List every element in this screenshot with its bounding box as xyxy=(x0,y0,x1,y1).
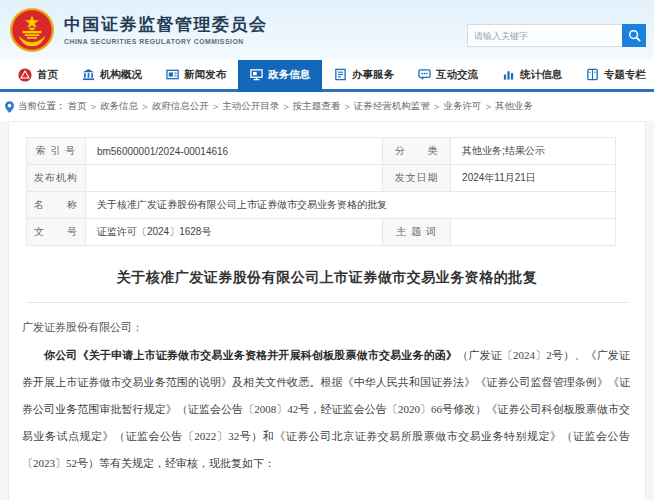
nav-label: 专题专栏 xyxy=(604,68,646,82)
brand-text: 中国证券监督管理委员会 CHINA SECURITIES REGULATORY … xyxy=(64,15,268,45)
nav-label: 新闻发布 xyxy=(184,68,226,82)
meta-table-wrap: 索 引 号 bm56000001/2024-00014616 分 类 其他业务;… xyxy=(9,122,645,246)
publisher-value xyxy=(85,165,382,192)
meta-row-index: 索 引 号 bm56000001/2024-00014616 分 类 其他业务;… xyxy=(27,138,616,165)
doc-name-label: 名 称 xyxy=(27,192,86,219)
breadcrumb-separator: > xyxy=(91,101,97,112)
nav-label: 办事服务 xyxy=(352,68,394,82)
breadcrumb-item-business-license[interactable]: 业务许可 xyxy=(443,100,481,113)
document-title: 关于核准广发证券股份有限公司上市证券做市交易业务资格的批复 xyxy=(9,269,645,287)
publish-date-value: 2024年11月21日 xyxy=(451,165,616,192)
nav-item-home[interactable]: 首页 xyxy=(6,60,70,89)
news-icon xyxy=(166,68,179,81)
document-icon xyxy=(334,68,347,81)
document-meta-table: 索 引 号 bm56000001/2024-00014616 分 类 其他业务;… xyxy=(26,137,616,246)
site-header: 中国证券监督管理委员会 CHINA SECURITIES REGULATORY … xyxy=(0,0,654,60)
csrc-logo-icon xyxy=(18,68,32,82)
subject-words-label: 主 题 词 xyxy=(383,219,451,246)
breadcrumb-separator: > xyxy=(213,101,219,112)
breadcrumb-item-home[interactable]: 首页 xyxy=(68,100,87,113)
index-number-label: 索 引 号 xyxy=(27,138,86,165)
search-input[interactable] xyxy=(467,24,622,47)
meta-row-publisher: 发布机构 发文日期 2024年11月21日 xyxy=(27,165,616,192)
publish-date-label: 发文日期 xyxy=(383,165,451,192)
main-nav: 首页 机构概况 新闻发布 xyxy=(0,60,654,92)
subject-words-value xyxy=(451,219,616,246)
nav-label: 互动交流 xyxy=(436,68,478,82)
breadcrumb-separator: > xyxy=(485,101,491,112)
document-body: 广发证券股份有限公司： 你公司《关于申请上市证券做市交易业务资格并开展科创板股票… xyxy=(9,320,645,500)
nav-label: 统计信息 xyxy=(520,68,562,82)
breadcrumb-item-government-info[interactable]: 政务信息 xyxy=(100,100,138,113)
column-icon xyxy=(586,68,599,81)
breadcrumb-separator: > xyxy=(434,101,440,112)
nav-item-government-info[interactable]: 政务信息 xyxy=(238,60,322,89)
breadcrumb: 当前位置： 首页 > 政务信息 > 政府信息公开 > 主动公开目录 > 按主题查… xyxy=(0,92,654,121)
meta-row-docno: 文 号 证监许可〔2024〕1628号 主 题 词 xyxy=(27,219,616,246)
bank-icon xyxy=(82,68,95,81)
search-icon xyxy=(628,29,641,42)
national-emblem-icon xyxy=(9,7,55,53)
breadcrumb-separator: > xyxy=(344,101,350,112)
site-title: 中国证券监督管理委员会 xyxy=(64,15,268,35)
nav-label: 机构概况 xyxy=(100,68,142,82)
breadcrumb-item-other-business[interactable]: 其他业务 xyxy=(495,100,533,113)
search-button[interactable] xyxy=(622,24,646,47)
doc-number-label: 文 号 xyxy=(27,219,86,246)
category-value: 其他业务;结果公示 xyxy=(451,138,616,165)
title-divider xyxy=(26,302,628,303)
doc-name-value: 关于核准广发证券股份有限公司上市证券做市交易业务资格的批复 xyxy=(85,192,615,219)
salutation: 广发证券股份有限公司： xyxy=(22,320,630,335)
breadcrumb-separator: > xyxy=(142,101,148,112)
nav-item-news[interactable]: 新闻发布 xyxy=(154,60,238,89)
category-label: 分 类 xyxy=(383,138,451,165)
nav-item-services[interactable]: 办事服务 xyxy=(322,60,406,89)
breadcrumb-separator: > xyxy=(283,101,289,112)
index-number-value: bm56000001/2024-00014616 xyxy=(85,138,382,165)
bar-chart-icon xyxy=(502,68,515,81)
monitor-icon xyxy=(250,68,263,81)
chat-icon xyxy=(418,68,431,81)
nav-label: 政务信息 xyxy=(268,68,310,82)
meta-row-name: 名 称 关于核准广发证券股份有限公司上市证券做市交易业务资格的批复 xyxy=(27,192,616,219)
breadcrumb-prefix: 当前位置： xyxy=(18,100,66,113)
paragraph-basis-rest: （广发证〔2024〕2号）、《广发证券开展上市证券做市交易业务范围的说明》及相关… xyxy=(22,349,630,469)
site-logo[interactable]: 中国证券监督管理委员会 CHINA SECURITIES REGULATORY … xyxy=(9,7,268,53)
paragraph-basis-bold: 你公司《关于申请上市证券做市交易业务资格并开展科创板股票做市交易业务的函》 xyxy=(44,349,457,361)
nav-label: 首页 xyxy=(37,68,58,82)
site-subtitle: CHINA SECURITIES REGULATORY COMMISSION xyxy=(64,38,268,45)
search-bar xyxy=(467,24,646,47)
breadcrumb-item-by-topic[interactable]: 按主题查看 xyxy=(293,100,341,113)
content-card: 索 引 号 bm56000001/2024-00014616 分 类 其他业务;… xyxy=(8,121,646,500)
nav-item-about[interactable]: 机构概况 xyxy=(70,60,154,89)
nav-item-statistics[interactable]: 统计信息 xyxy=(490,60,574,89)
breadcrumb-item-catalog[interactable]: 主动公开目录 xyxy=(222,100,279,113)
location-pin-icon xyxy=(5,101,14,113)
publisher-label: 发布机构 xyxy=(27,165,86,192)
nav-item-special-topics[interactable]: 专题专栏 xyxy=(574,60,654,89)
paragraph-basis: 你公司《关于申请上市证券做市交易业务资格并开展科创板股票做市交易业务的函》（广发… xyxy=(22,342,630,477)
nav-item-interaction[interactable]: 互动交流 xyxy=(406,60,490,89)
breadcrumb-item-securities-regulation[interactable]: 证券经营机构监管 xyxy=(354,100,430,113)
breadcrumb-item-info-disclosure[interactable]: 政府信息公开 xyxy=(152,100,209,113)
doc-number-value: 证监许可〔2024〕1628号 xyxy=(85,219,382,246)
